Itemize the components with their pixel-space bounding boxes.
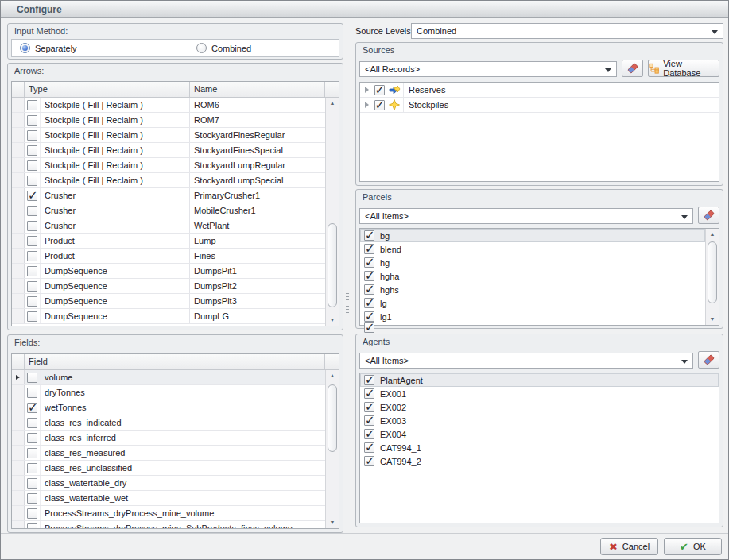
item-checkbox[interactable]: [364, 442, 374, 453]
row-checkbox[interactable]: [27, 403, 37, 413]
row-checkbox-cell[interactable]: [25, 446, 41, 460]
row-checkbox[interactable]: [27, 206, 37, 216]
row-checkbox[interactable]: [27, 448, 37, 458]
item-checkbox[interactable]: [364, 388, 374, 399]
row-checkbox[interactable]: [27, 281, 37, 292]
fields-table-row[interactable]: class_res_indicated: [12, 415, 325, 431]
item-checkbox[interactable]: [364, 456, 374, 466]
row-checkbox-cell[interactable]: [25, 128, 41, 142]
row-checkbox-cell[interactable]: [25, 521, 41, 528]
scroll-up-icon[interactable]: ▲: [326, 370, 339, 381]
fields-table-row[interactable]: wetTonnes: [12, 400, 325, 415]
row-checkbox-cell[interactable]: [25, 113, 41, 127]
item-checkbox[interactable]: [364, 375, 374, 385]
expand-icon[interactable]: [360, 87, 373, 93]
list-item-partial[interactable]: [360, 321, 375, 334]
scroll-down-icon[interactable]: ▼: [706, 314, 719, 325]
row-checkbox-cell[interactable]: [25, 143, 41, 157]
row-checkbox-cell[interactable]: [25, 309, 41, 323]
arrows-table-row[interactable]: DumpSequence DumpsPit1: [12, 264, 325, 279]
scroll-thumb[interactable]: [708, 241, 717, 304]
arrows-table-row[interactable]: Stockpile ( Fill | Reclaim ) StockyardFi…: [12, 143, 325, 158]
agents-clear-button[interactable]: [698, 351, 719, 369]
tree-row-stockpiles[interactable]: Stockpiles: [360, 98, 719, 113]
tree-checkbox-cell[interactable]: [373, 100, 386, 110]
row-checkbox[interactable]: [27, 418, 37, 428]
item-checkbox[interactable]: [364, 284, 374, 295]
row-checkbox-cell[interactable]: [25, 188, 41, 203]
row-checkbox[interactable]: [27, 176, 37, 186]
row-checkbox-cell[interactable]: [25, 279, 41, 293]
column-header-field[interactable]: Field: [25, 354, 325, 369]
row-checkbox-cell[interactable]: [25, 491, 41, 505]
row-checkbox-cell[interactable]: [25, 431, 41, 445]
row-checkbox[interactable]: [27, 388, 37, 398]
row-checkbox-cell[interactable]: [25, 203, 41, 218]
source-levels-combo[interactable]: Combined: [411, 23, 723, 39]
panel-splitter[interactable]: [346, 293, 349, 314]
list-item[interactable]: hghs: [360, 283, 705, 296]
list-item[interactable]: CAT994_1: [360, 441, 719, 454]
arrows-table-row[interactable]: Stockpile ( Fill | Reclaim ) StockyardFi…: [12, 128, 325, 143]
fields-table-row[interactable]: class_res_inferred: [12, 431, 325, 446]
arrows-scrollbar[interactable]: ▲ ▼: [325, 98, 339, 326]
arrows-table-row[interactable]: Product Lump: [12, 234, 325, 249]
tree-checkbox-cell[interactable]: [373, 85, 386, 95]
sources-clear-button[interactable]: [622, 60, 643, 77]
fields-table-row[interactable]: ProcessStreams_dryProcess_mine_volume: [12, 506, 325, 521]
radio-separately[interactable]: Separately: [20, 43, 77, 53]
column-header-name[interactable]: Name: [190, 82, 325, 97]
item-checkbox[interactable]: [364, 230, 374, 241]
row-checkbox-cell[interactable]: [25, 294, 41, 308]
row-checkbox[interactable]: [27, 508, 37, 519]
row-checkbox-cell[interactable]: [25, 173, 41, 187]
fields-table-row[interactable]: class_res_measured: [12, 446, 325, 461]
item-checkbox[interactable]: [364, 244, 374, 254]
row-checkbox[interactable]: [27, 373, 37, 383]
fields-table-row[interactable]: dryTonnes: [12, 385, 325, 400]
row-checkbox[interactable]: [27, 160, 37, 171]
row-checkbox[interactable]: [27, 100, 37, 110]
row-checkbox-cell[interactable]: [25, 234, 41, 248]
list-item[interactable]: bg: [360, 229, 705, 242]
ok-button[interactable]: ✔ OK: [664, 538, 722, 555]
row-checkbox[interactable]: [27, 145, 37, 156]
item-checkbox[interactable]: [364, 429, 374, 439]
item-checkbox[interactable]: [364, 415, 374, 426]
list-item[interactable]: blend: [360, 242, 705, 256]
row-checkbox[interactable]: [27, 251, 37, 261]
radio-combined[interactable]: Combined: [196, 43, 251, 53]
title-bar[interactable]: Configure: [1, 1, 728, 18]
arrows-table-row[interactable]: DumpSequence DumpLG: [12, 309, 325, 324]
row-checkbox[interactable]: [27, 493, 37, 504]
row-checkbox-cell[interactable]: [25, 400, 41, 415]
row-checkbox-cell[interactable]: [25, 249, 41, 263]
parcels-clear-button[interactable]: [698, 207, 719, 224]
radio-combined-control[interactable]: [196, 43, 207, 53]
row-checkbox[interactable]: [27, 191, 37, 201]
list-item[interactable]: CAT994_2: [360, 454, 719, 468]
item-checkbox[interactable]: [364, 271, 374, 281]
fields-table-row[interactable]: class_watertable_wet: [12, 491, 325, 506]
item-checkbox[interactable]: [364, 257, 374, 268]
row-checkbox-cell[interactable]: [25, 264, 41, 278]
arrows-table-row[interactable]: Crusher PrimaryCrusher1: [12, 188, 325, 203]
scroll-up-icon[interactable]: ▲: [326, 98, 339, 109]
fields-table-row[interactable]: ProcessStreams_dryProcess_mine_SubProduc…: [12, 521, 325, 528]
row-checkbox[interactable]: [27, 433, 37, 443]
cancel-button[interactable]: ✖ Cancel: [600, 538, 658, 555]
row-checkbox[interactable]: [27, 221, 37, 231]
scroll-thumb[interactable]: [328, 223, 337, 307]
arrows-table-row[interactable]: DumpSequence DumpsPit2: [12, 279, 325, 294]
list-item[interactable]: hg: [360, 256, 705, 269]
column-header-type[interactable]: Type: [25, 82, 190, 97]
fields-scrollbar[interactable]: ▲ ▼: [325, 370, 339, 528]
list-item[interactable]: EX003: [360, 414, 719, 427]
row-checkbox-cell[interactable]: [25, 415, 41, 430]
item-checkbox[interactable]: [364, 298, 374, 308]
scroll-down-icon[interactable]: ▼: [326, 315, 339, 326]
list-item[interactable]: PlantAgent: [360, 373, 719, 387]
list-item[interactable]: EX001: [360, 387, 719, 400]
sources-filter-combo[interactable]: <All Records>: [359, 61, 617, 77]
row-checkbox-cell[interactable]: [25, 476, 41, 490]
